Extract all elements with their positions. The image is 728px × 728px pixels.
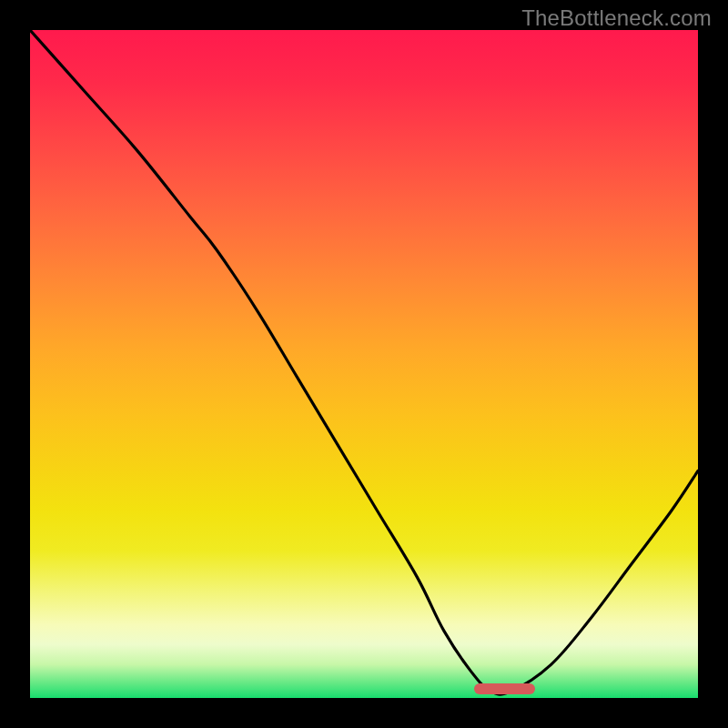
optimal-range-marker (474, 683, 535, 694)
bottleneck-curve-path (30, 30, 698, 694)
bottleneck-curve (30, 30, 698, 698)
chart-frame (27, 27, 701, 701)
